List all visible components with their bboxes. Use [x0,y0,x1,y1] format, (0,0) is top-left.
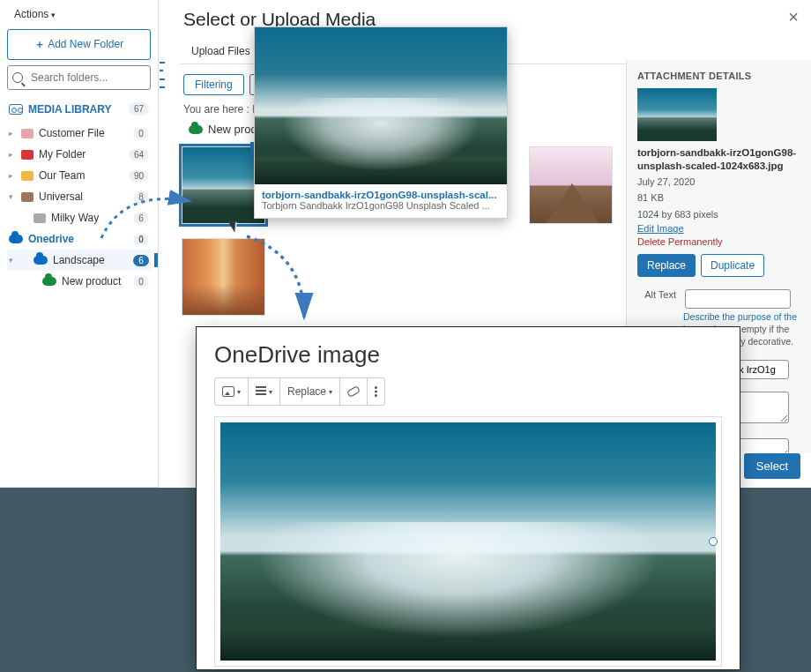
folder-my-folder[interactable]: ▸My Folder64 [7,144,151,165]
link-icon [346,385,361,398]
folder-icon [33,213,46,223]
details-heading: ATTACHMENT DETAILS [637,71,800,81]
more-icon [375,386,377,397]
tab-upload-files[interactable]: Upload Files [180,37,262,64]
details-date: July 27, 2020 [637,175,800,190]
close-button[interactable]: × [781,4,806,31]
folder-customer-file[interactable]: ▸Customer File0 [7,123,151,144]
more-options-button[interactable] [368,378,384,405]
media-library-root[interactable]: MEDIA LIBRARY 67 [7,99,151,119]
link-button[interactable] [340,378,368,405]
details-size: 81 KB [637,190,800,205]
actions-dropdown[interactable]: Actions [7,4,63,24]
alt-text-input[interactable] [685,289,791,309]
block-editor-window: OneDrive image ▾ ▾ Replace▾ [196,326,740,670]
cloud-onedrive[interactable]: Onedrive0 [7,228,151,250]
preview-image [255,27,507,184]
preview-title: torbjorn-sandbakk-irzO1gonG98-unsplash-s… [262,190,500,200]
folder-search-input[interactable] [7,65,151,90]
folder-icon [21,150,33,160]
delete-permanently-link[interactable]: Delete Permanently [637,236,800,247]
cloud-folder-new-product[interactable]: New product0 [7,271,151,292]
onedrive-icon [33,256,48,265]
image-icon [222,386,234,397]
folder-icon [21,192,33,202]
library-count: 67 [129,102,149,116]
cloud-icon [42,277,56,286]
alt-text-label: Alt Text [637,289,676,300]
folder-our-team[interactable]: ▸Our Team90 [7,165,151,186]
cursor-icon [231,219,243,235]
align-button[interactable]: ▾ [249,378,280,405]
filter-button[interactable]: Filtering [183,74,244,95]
duplicate-button[interactable]: Duplicate [701,254,764,277]
cloud-icon [189,125,203,134]
align-icon [256,386,266,397]
sidebar-resize-handle[interactable] [160,62,165,88]
add-new-folder-button[interactable]: ＋ Add New Folder [7,29,151,60]
inserted-image [220,422,716,661]
replace-button[interactable]: Replace [637,254,696,277]
preview-subtitle: Torbjorn Sandbakk IrzO1gonG98 Unsplash S… [262,200,500,211]
folder-universal[interactable]: ▾Universal8 [7,186,151,207]
breadcrumb-chip-new-product[interactable]: New produ [189,123,264,136]
folder-icon [21,171,33,181]
replace-dropdown[interactable]: Replace▾ [280,378,340,405]
block-toolbar: ▾ ▾ Replace▾ [214,377,385,406]
library-icon [9,104,23,115]
select-button[interactable]: Select [744,453,800,479]
image-block-type-button[interactable]: ▾ [215,378,249,405]
selection-marker [154,253,158,267]
folder-icon [21,129,33,138]
folder-milky-way[interactable]: Milky Way6 [7,207,151,228]
folder-sidebar: Actions ＋ Add New Folder MEDIA LIBRARY 6… [0,0,159,488]
image-resize-handle[interactable] [709,537,718,546]
edit-image-link[interactable]: Edit Image [637,223,684,234]
media-thumbnail-1[interactable]: ✓ [182,146,265,224]
cloud-folder-landscape[interactable]: ▾Landscape6 [7,250,151,271]
image-block[interactable] [214,416,722,667]
onedrive-icon [9,235,23,243]
details-filename: torbjorn-sandbakk-irzO1gonG98-unsplash-s… [637,146,800,173]
editor-page-title[interactable]: OneDrive image [197,327,740,377]
media-thumbnail-5[interactable] [182,238,265,316]
media-thumbnail-4[interactable] [529,146,613,224]
search-icon [12,72,23,83]
media-preview-tooltip: torbjorn-sandbakk-irzO1gonG98-unsplash-s… [254,26,508,219]
details-dimensions: 1024 by 683 pixels [637,207,800,222]
details-thumbnail [637,88,717,141]
